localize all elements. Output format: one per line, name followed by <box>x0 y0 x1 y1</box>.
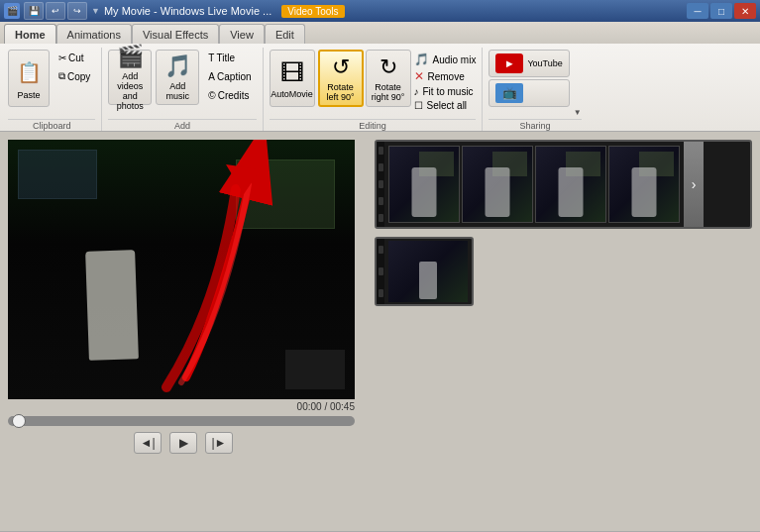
copy-button[interactable]: ⧉ Copy <box>54 67 95 85</box>
sharing-dropdown-arrow[interactable]: ▼ <box>574 108 582 117</box>
fit-music-icon: ♪ <box>414 86 419 97</box>
audio-mix-section: 🎵 Audio mix ✕ Remove ♪ Fit to music ☐ Se… <box>414 50 477 112</box>
rotate-pair: ↺ Rotateleft 90° ↻ Rotateright 90° <box>318 50 411 107</box>
dropdown-arrow[interactable]: ▼ <box>91 6 100 16</box>
remove-label: Remove <box>428 71 465 82</box>
frame-2-inner <box>463 147 532 222</box>
maximize-button[interactable]: □ <box>710 3 732 19</box>
next-frame-icon: |► <box>212 436 227 450</box>
paste-label: Paste <box>17 90 40 100</box>
add-videos-icon: 🎬 <box>117 44 144 69</box>
title-label: Title <box>216 53 235 63</box>
sharing-buttons: ▶ YouTube 📺 <box>489 50 569 107</box>
next-frame-button[interactable]: |► <box>205 432 233 454</box>
film-frame-1[interactable] <box>388 146 460 223</box>
perf-hole <box>379 267 383 275</box>
add-music-label: Addmusic <box>166 81 190 101</box>
paste-button[interactable]: 📋 Paste <box>8 50 50 107</box>
seek-bar[interactable] <box>8 416 355 426</box>
film-strip-main: › <box>375 140 752 229</box>
tab-home[interactable]: Home <box>4 24 56 44</box>
frame-1-figure <box>412 167 437 217</box>
rotate-right-button[interactable]: ↻ Rotateright 90° <box>366 50 411 107</box>
app-icon: 🎬 <box>4 3 20 19</box>
ribbon-content: 📋 Paste ✂ Cut ⧉ Copy Clipboard <box>0 44 760 131</box>
play-button[interactable]: ▶ <box>169 432 197 454</box>
perf-hole <box>379 214 383 222</box>
frame-3-inner <box>536 147 605 222</box>
audio-mix-icon: 🎵 <box>414 53 429 66</box>
add-content: 🎬 Add videosand photos 🎵 Addmusic T Titl… <box>108 48 256 117</box>
seek-thumb[interactable] <box>12 414 26 428</box>
small-figure <box>419 262 437 299</box>
frame-1-inner <box>389 147 459 222</box>
ribbon: Home Animations Visual Effects View Edit… <box>0 22 760 132</box>
youtube-button[interactable]: ▶ YouTube <box>489 50 569 77</box>
cut-label: Cut <box>68 53 84 63</box>
rotate-right-label: Rotateright 90° <box>372 82 405 102</box>
tv-button[interactable]: 📺 <box>489 79 569 107</box>
rotate-left-button[interactable]: ↺ Rotateleft 90° <box>318 50 364 107</box>
minimize-button[interactable]: ─ <box>687 3 708 19</box>
redo-quick-btn[interactable]: ↪ <box>67 2 87 20</box>
cut-button[interactable]: ✂ Cut <box>54 50 95 66</box>
small-frame[interactable] <box>388 241 468 302</box>
add-label: Add <box>108 119 256 131</box>
select-all-label: Select all <box>427 100 468 111</box>
editing-label: Editing <box>270 119 477 131</box>
youtube-label: YouTube <box>527 58 562 68</box>
frame-3-figure <box>559 167 584 217</box>
film-frame-4[interactable] <box>608 146 680 223</box>
copy-label: Copy <box>67 71 90 82</box>
tab-animations[interactable]: Animations <box>56 24 132 44</box>
small-perf-left <box>377 239 384 304</box>
youtube-icon: ▶ <box>495 53 523 73</box>
storyboard-panel: › <box>367 132 760 531</box>
tab-view[interactable]: View <box>219 24 265 44</box>
credits-button[interactable]: © Credits <box>203 87 256 104</box>
sharing-content: ▶ YouTube 📺 ▼ <box>489 48 581 117</box>
title-bar: 🎬 💾 ↩ ↪ ▼ My Movie - Windows Live Movie … <box>0 0 760 22</box>
title-bar-left: 🎬 💾 ↩ ↪ ▼ My Movie - Windows Live Movie … <box>4 2 345 20</box>
tab-edit[interactable]: Edit <box>265 24 305 44</box>
remove-row: ✕ Remove <box>414 68 477 84</box>
add-music-button[interactable]: 🎵 Addmusic <box>156 50 199 105</box>
scene-figure <box>85 250 139 361</box>
save-quick-btn[interactable]: 💾 <box>24 2 44 20</box>
automovie-label: AutoMovie <box>271 89 313 99</box>
video-screen <box>8 140 355 399</box>
caption-label: Caption <box>217 71 251 82</box>
film-frame-2[interactable] <box>462 146 533 223</box>
film-nav-right[interactable]: › <box>684 140 704 229</box>
perf-hole <box>379 289 383 297</box>
tab-visual-effects[interactable]: Visual Effects <box>132 24 219 44</box>
play-icon: ▶ <box>179 436 188 450</box>
clipboard-content: 📋 Paste ✂ Cut ⧉ Copy <box>8 48 95 117</box>
undo-quick-btn[interactable]: ↩ <box>46 2 65 20</box>
close-button[interactable]: ✕ <box>734 3 756 19</box>
ribbon-tab-bar: Home Animations Visual Effects View Edit <box>0 22 760 44</box>
prev-frame-button[interactable]: ◄| <box>134 432 162 454</box>
title-button[interactable]: T Title <box>203 50 256 66</box>
title-icon: T <box>208 53 214 63</box>
film-perf-left <box>377 142 384 227</box>
video-tools-badge: Video Tools <box>281 5 344 18</box>
rotate-left-label: Rotateleft 90° <box>326 82 354 102</box>
audio-mix-row: 🎵 Audio mix <box>414 52 477 67</box>
playback-controls: ◄| ▶ |► <box>8 428 359 458</box>
sharing-label: Sharing <box>489 119 581 131</box>
cut-copy-col: ✂ Cut ⧉ Copy <box>54 50 95 85</box>
automovie-button[interactable]: 🎞 AutoMovie <box>270 50 315 107</box>
video-preview-panel: 00:00 / 00:45 ◄| ▶ |► <box>0 132 367 531</box>
paste-icon: 📋 <box>13 56 45 88</box>
film-strip-small <box>375 237 474 306</box>
film-frame-3[interactable] <box>535 146 606 223</box>
rotate-left-icon: ↺ <box>332 54 350 80</box>
group-add: 🎬 Add videosand photos 🎵 Addmusic T Titl… <box>102 48 263 131</box>
caption-icon: A <box>208 71 215 82</box>
caption-button[interactable]: A Caption <box>203 68 256 85</box>
rotate-right-icon: ↻ <box>380 54 397 80</box>
add-videos-button[interactable]: 🎬 Add videosand photos <box>108 50 152 105</box>
tv-icon: 📺 <box>495 83 523 103</box>
automovie-icon: 🎞 <box>280 59 304 87</box>
